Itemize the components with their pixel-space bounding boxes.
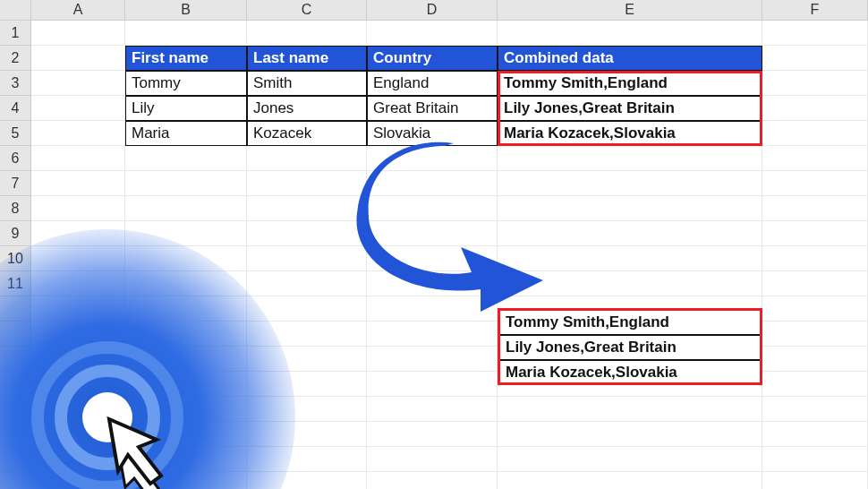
cell-blank[interactable] <box>247 322 367 347</box>
cell-F1[interactable] <box>762 21 868 46</box>
cell-D8[interactable] <box>367 196 498 221</box>
cell-blank[interactable] <box>125 372 247 397</box>
cell-blank[interactable] <box>247 422 367 447</box>
cell-blank[interactable] <box>762 347 868 372</box>
row-header-blank-e[interactable] <box>0 397 31 422</box>
cell-blank[interactable] <box>31 296 125 322</box>
cell-D2[interactable]: Country <box>367 46 498 71</box>
cell-blank[interactable] <box>125 447 247 472</box>
col-header-E[interactable]: E <box>498 0 762 21</box>
cell-blank[interactable] <box>125 347 247 372</box>
cell-blank[interactable] <box>762 447 868 472</box>
cell-blank[interactable] <box>31 422 125 447</box>
cell-blank[interactable] <box>247 296 367 322</box>
cell-B7[interactable] <box>125 171 247 196</box>
cell-blank[interactable] <box>498 447 762 472</box>
cell-C3[interactable]: Smith <box>247 71 367 96</box>
cell-blank[interactable] <box>367 422 498 447</box>
cell-blank[interactable] <box>498 422 762 447</box>
cell-blank[interactable] <box>367 347 498 372</box>
cell-F10[interactable] <box>762 246 868 271</box>
cell-blank[interactable] <box>31 372 125 397</box>
cell-A10[interactable] <box>31 246 125 271</box>
row-header-11[interactable]: 11 <box>0 271 31 296</box>
cell-blank[interactable] <box>247 397 367 422</box>
col-header-D[interactable]: D <box>367 0 498 21</box>
cell-F9[interactable] <box>762 221 868 246</box>
cell-E5[interactable]: Maria Kozacek,Slovakia <box>498 121 762 146</box>
cell-D10[interactable] <box>367 246 498 271</box>
row-header-9[interactable]: 9 <box>0 221 31 246</box>
row-header-blank-g[interactable] <box>0 447 31 472</box>
cell-F2[interactable] <box>762 46 868 71</box>
cell-D3[interactable]: England <box>367 71 498 96</box>
cell-C6[interactable] <box>247 146 367 171</box>
cell-D5[interactable]: Slovakia <box>367 121 498 146</box>
cell-B4[interactable]: Lily <box>125 96 247 121</box>
cell-E9[interactable] <box>498 221 762 246</box>
row-header-2[interactable]: 2 <box>0 46 31 71</box>
cell-F3[interactable] <box>762 71 868 96</box>
row-header-5[interactable]: 5 <box>0 121 31 146</box>
cell-C1[interactable] <box>247 21 367 46</box>
cell-E3[interactable]: Tommy Smith,England <box>498 71 762 96</box>
cell-blank[interactable] <box>762 372 868 397</box>
cell-A5[interactable] <box>31 121 125 146</box>
cell-E8[interactable] <box>498 196 762 221</box>
cell-blank[interactable] <box>762 472 868 489</box>
cell-A11[interactable] <box>31 271 125 296</box>
col-header-C[interactable]: C <box>247 0 367 21</box>
row-header-blank-a[interactable] <box>0 296 31 322</box>
select-all-corner[interactable] <box>0 0 31 21</box>
cell-C5[interactable]: Kozacek <box>247 121 367 146</box>
cell-D9[interactable] <box>367 221 498 246</box>
cell-B8[interactable] <box>125 196 247 221</box>
cell-D6[interactable] <box>367 146 498 171</box>
cell-E4[interactable]: Lily Jones,Great Britain <box>498 96 762 121</box>
cell-blank[interactable] <box>31 322 125 347</box>
cell-B10[interactable] <box>125 246 247 271</box>
cell-F8[interactable] <box>762 196 868 221</box>
row-header-blank-d[interactable] <box>0 372 31 397</box>
cell-blank[interactable] <box>247 347 367 372</box>
col-header-A[interactable]: A <box>31 0 125 21</box>
cell-A6[interactable] <box>31 146 125 171</box>
row-header-7[interactable]: 7 <box>0 171 31 196</box>
row-header-blank-c[interactable] <box>0 347 31 372</box>
row-header-10[interactable]: 10 <box>0 246 31 271</box>
row-header-1[interactable]: 1 <box>0 21 31 46</box>
cell-blank[interactable] <box>125 296 247 322</box>
cell-blank[interactable] <box>125 397 247 422</box>
cell-blank[interactable] <box>367 397 498 422</box>
cell-C7[interactable] <box>247 171 367 196</box>
cell-blank[interactable] <box>247 447 367 472</box>
cell-C8[interactable] <box>247 196 367 221</box>
cell-A3[interactable] <box>31 71 125 96</box>
cell-blank[interactable] <box>31 447 125 472</box>
cell-blank[interactable] <box>762 322 868 347</box>
cell-blank[interactable] <box>31 472 125 489</box>
cell-F6[interactable] <box>762 146 868 171</box>
cell-blank[interactable] <box>125 422 247 447</box>
cell-F11[interactable] <box>762 271 868 296</box>
cell-blank[interactable] <box>367 372 498 397</box>
cell-F4[interactable] <box>762 96 868 121</box>
cell-blank[interactable] <box>762 422 868 447</box>
row-header-blank-h[interactable] <box>0 472 31 489</box>
row-header-6[interactable]: 6 <box>0 146 31 171</box>
cell-blank[interactable] <box>31 397 125 422</box>
cell-blank[interactable] <box>367 322 498 347</box>
row-header-blank-f[interactable] <box>0 422 31 447</box>
cell-D4[interactable]: Great Britain <box>367 96 498 121</box>
cell-C10[interactable] <box>247 246 367 271</box>
cell-C4[interactable]: Jones <box>247 96 367 121</box>
cell-B3[interactable]: Tommy <box>125 71 247 96</box>
cell-E2[interactable]: Combined data <box>498 46 762 71</box>
cell-D11[interactable] <box>367 271 498 296</box>
cell-E11[interactable] <box>498 271 762 296</box>
cell-B2[interactable]: First name <box>125 46 247 71</box>
cell-blank[interactable] <box>125 472 247 489</box>
cell-F5[interactable] <box>762 121 868 146</box>
cell-A4[interactable] <box>31 96 125 121</box>
row-header-4[interactable]: 4 <box>0 96 31 121</box>
